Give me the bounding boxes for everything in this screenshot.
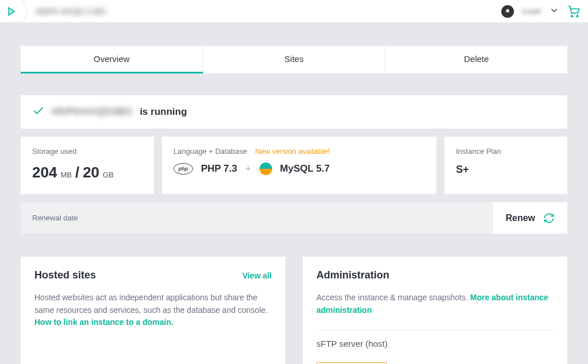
renewal-label: Renewal date	[21, 202, 492, 234]
storage-used: 204	[32, 164, 57, 181]
username: install	[522, 7, 541, 16]
status-check-icon	[32, 104, 45, 119]
status-instance-name: HDPKHVQD3BO	[52, 106, 133, 118]
storage-card: Storage used 204 MB / 20 GB	[21, 137, 154, 194]
user-menu-chevron-icon[interactable]	[549, 5, 559, 18]
app-logo[interactable]	[0, 0, 23, 23]
storage-value: 204 MB / 20 GB	[32, 164, 142, 181]
administration-desc: Access the instance & manage snapshots.	[316, 293, 470, 302]
renewal-row: Renewal date Renew	[21, 202, 567, 234]
new-version-notice[interactable]: New version available!	[255, 147, 330, 156]
logo-icon	[6, 6, 17, 17]
hosted-sites-panel: Hosted sites View all Hosted websites ac…	[21, 257, 285, 364]
bell-icon	[505, 9, 510, 14]
tab-overview[interactable]: Overview	[21, 46, 203, 73]
administration-text: Access the instance & manage snapshots. …	[316, 292, 554, 316]
cart-icon[interactable]	[567, 5, 580, 18]
plan-value: S+	[456, 164, 556, 176]
mysql-icon	[260, 162, 272, 175]
info-card-row: Storage used 204 MB / 20 GB Language + D…	[21, 137, 567, 194]
avatar[interactable]	[501, 5, 514, 18]
view-all-link[interactable]: View all	[242, 271, 272, 280]
storage-separator: /	[75, 164, 79, 181]
top-bar: HDPK HVQD 3 BO install	[0, 0, 588, 23]
hosted-sites-desc: Hosted websites act as independent appli…	[34, 293, 268, 315]
lang-db-card: Language + Database New version availabl…	[162, 137, 436, 194]
breadcrumb: HDPK HVQD 3 BO	[36, 7, 106, 16]
tab-sites[interactable]: Sites	[203, 46, 386, 73]
svg-point-1	[577, 15, 578, 17]
plus-separator-icon: +	[245, 163, 252, 175]
tab-bar: Overview Sites Delete	[21, 46, 567, 73]
link-instance-domain-link[interactable]: How to link an instance to a domain.	[34, 317, 173, 327]
lang-db-label: Language + Database	[173, 147, 247, 156]
renew-button-label: Renew	[505, 213, 535, 223]
tab-delete[interactable]: Delete	[385, 46, 567, 73]
storage-label: Storage used	[32, 147, 142, 156]
plan-card: Instance Plan S+	[444, 137, 567, 194]
storage-total: 20	[83, 164, 99, 181]
lang-db-row: php PHP 7.3 + MySQL 5.7	[173, 162, 425, 175]
sftp-row[interactable]: sFTP server (host)	[316, 330, 554, 357]
refresh-icon	[543, 212, 555, 224]
php-icon: php	[173, 163, 193, 175]
administration-title: Administration	[316, 269, 389, 281]
bottom-panels: Hosted sites View all Hosted websites ac…	[21, 257, 567, 364]
top-right: install	[501, 5, 580, 18]
renew-button[interactable]: Renew	[492, 203, 567, 234]
hosted-sites-text: Hosted websites act as independent appli…	[34, 292, 272, 329]
status-text: is running	[140, 106, 187, 118]
mysql-version: MySQL 5.7	[280, 163, 330, 175]
storage-used-unit: MB	[60, 171, 72, 179]
status-card: HDPKHVQD3BO is running	[21, 95, 567, 129]
storage-total-unit: GB	[103, 171, 114, 179]
plan-label: Instance Plan	[456, 147, 556, 156]
php-version: PHP 7.3	[201, 163, 237, 175]
svg-point-0	[571, 15, 573, 17]
administration-panel: Administration Access the instance & man…	[303, 257, 567, 364]
page-content: Overview Sites Delete HDPKHVQD3BO is run…	[0, 46, 588, 364]
hosted-sites-title: Hosted sites	[34, 269, 96, 281]
